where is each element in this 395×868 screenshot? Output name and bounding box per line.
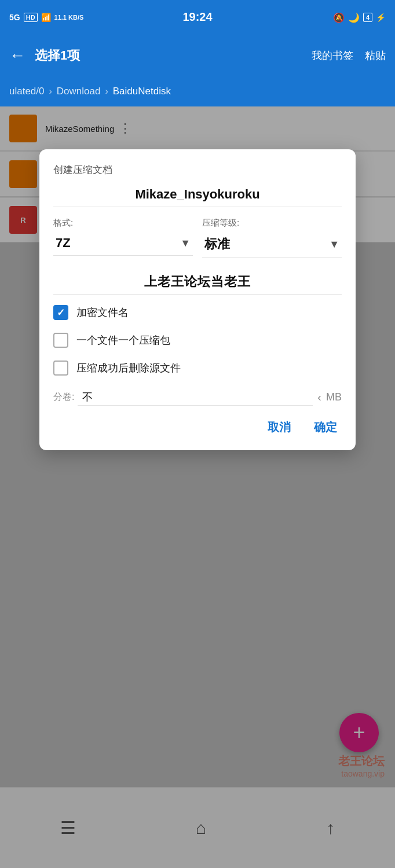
- dialog-password[interactable]: 上老王论坛当老王: [53, 267, 342, 294]
- speed-indicator: 11.1 KB/S: [54, 14, 84, 21]
- volume-row: 分卷: ‹ MB: [53, 388, 342, 406]
- format-field: 格式: 7Z ▼: [53, 218, 193, 256]
- dialog-title: 创建压缩文档: [53, 163, 342, 176]
- breadcrumb-sep2: ›: [105, 86, 108, 97]
- format-value: 7Z: [56, 236, 177, 251]
- encrypt-filename-checkbox[interactable]: ✓: [53, 305, 68, 320]
- mute-icon: 🔕: [333, 12, 345, 23]
- delete-source-checkbox[interactable]: [53, 361, 68, 376]
- back-button[interactable]: ←: [9, 46, 25, 65]
- dialog-divider-password: [53, 294, 342, 295]
- checkbox-label-2: 一个文件一个压缩包: [76, 333, 170, 347]
- moon-icon: 🌙: [348, 12, 360, 23]
- checkbox-label-3: 压缩成功后删除源文件: [76, 361, 181, 375]
- format-level-row: 格式: 7Z ▼ 压缩等级: 标准 ▼: [53, 218, 342, 258]
- dialog-filename[interactable]: Mikaze_Insyokuroku: [53, 187, 342, 202]
- cancel-button[interactable]: 取消: [263, 416, 295, 439]
- status-bar: 5G HD 📶 11.1 KB/S 19:24 🔕 🌙 4 ⚡: [0, 0, 395, 35]
- volume-input[interactable]: [78, 388, 313, 406]
- volume-label: 分卷:: [53, 391, 74, 403]
- bookmark-button[interactable]: 我的书签: [312, 49, 353, 62]
- level-value: 标准: [204, 236, 325, 253]
- breadcrumb-part1[interactable]: ulated/0: [9, 86, 45, 97]
- wifi-icon: 📶: [41, 13, 51, 22]
- breadcrumb-current[interactable]: BaiduNetdisk: [113, 86, 171, 97]
- dialog-divider-top: [53, 207, 342, 207]
- breadcrumb-part2[interactable]: Download: [57, 86, 101, 97]
- paste-button[interactable]: 粘贴: [365, 49, 386, 62]
- format-label: 格式:: [53, 218, 193, 229]
- breadcrumb-bar: ulated/0 › Download › BaiduNetdisk: [0, 76, 395, 106]
- app-bar-actions: 我的书签 粘贴: [312, 49, 386, 62]
- checkbox-row-3: 压缩成功后删除源文件: [53, 361, 342, 376]
- app-bar: ← 选择1项 我的书签 粘贴: [0, 35, 395, 76]
- level-field: 压缩等级: 标准 ▼: [202, 218, 342, 258]
- format-arrow-icon: ▼: [180, 237, 191, 249]
- status-time: 19:24: [182, 10, 212, 24]
- checkbox-row-1: ✓ 加密文件名: [53, 305, 342, 320]
- format-select[interactable]: 7Z ▼: [53, 231, 193, 256]
- checkbox-row-2: 一个文件一个压缩包: [53, 333, 342, 348]
- status-bar-right: 🔕 🌙 4 ⚡: [333, 12, 386, 23]
- dialog-actions: 取消 确定: [53, 416, 342, 439]
- checkmark-icon-1: ✓: [57, 307, 65, 319]
- level-select[interactable]: 标准 ▼: [202, 231, 342, 258]
- level-arrow-icon: ▼: [329, 238, 339, 251]
- signal-indicator: 5G: [9, 13, 20, 22]
- level-label: 压缩等级:: [202, 218, 342, 229]
- status-bar-left: 5G HD 📶 11.1 KB/S: [9, 13, 83, 22]
- app-bar-title: 选择1项: [35, 47, 302, 64]
- one-file-per-archive-checkbox[interactable]: [53, 333, 68, 348]
- confirm-button[interactable]: 确定: [309, 416, 342, 439]
- hd-badge: HD: [24, 13, 38, 22]
- breadcrumb-sep1: ›: [49, 86, 52, 97]
- checkbox-label-1: 加密文件名: [76, 306, 129, 319]
- volume-arrow-icon[interactable]: ‹: [317, 391, 321, 404]
- battery-icon: 4: [363, 13, 372, 22]
- create-archive-dialog: 创建压缩文档 Mikaze_Insyokuroku 格式: 7Z ▼ 压缩等级:…: [39, 149, 356, 450]
- volume-unit: MB: [326, 391, 342, 403]
- charging-icon: ⚡: [376, 13, 386, 22]
